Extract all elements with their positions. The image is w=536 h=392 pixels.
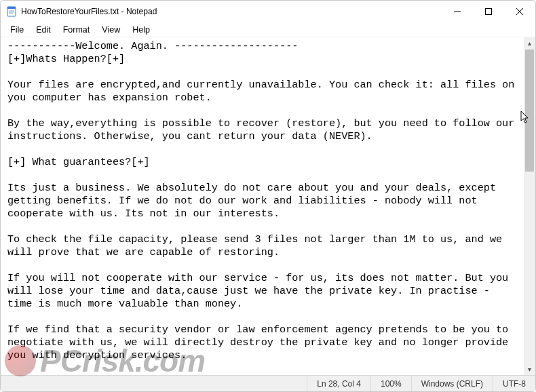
window-title: HowToRestoreYourFiles.txt - Notepad bbox=[21, 7, 157, 16]
menu-edit[interactable]: Edit bbox=[31, 24, 56, 35]
content-area: -----------Welcome. Again. -------------… bbox=[1, 37, 535, 375]
menubar: File Edit Format View Help bbox=[1, 22, 535, 37]
notepad-window: HowToRestoreYourFiles.txt - Notepad File… bbox=[0, 0, 536, 392]
statusbar: Ln 28, Col 4 100% Windows (CRLF) UTF-8 bbox=[1, 375, 535, 391]
notepad-icon bbox=[6, 6, 17, 17]
status-encoding: UTF-8 bbox=[493, 379, 535, 389]
scroll-thumb[interactable] bbox=[525, 50, 534, 172]
scroll-down-arrow[interactable]: ▾ bbox=[524, 364, 535, 375]
status-zoom: 100% bbox=[371, 379, 411, 389]
svg-rect-1 bbox=[7, 7, 16, 9]
titlebar[interactable]: HowToRestoreYourFiles.txt - Notepad bbox=[1, 1, 535, 22]
svg-rect-6 bbox=[486, 9, 492, 15]
close-button[interactable] bbox=[504, 1, 535, 22]
minimize-button[interactable] bbox=[442, 1, 473, 22]
menu-help[interactable]: Help bbox=[127, 24, 155, 35]
scroll-up-arrow[interactable]: ▴ bbox=[524, 37, 535, 49]
menu-view[interactable]: View bbox=[96, 24, 126, 35]
status-eol: Windows (CRLF) bbox=[412, 379, 493, 389]
status-caret: Ln 28, Col 4 bbox=[307, 379, 370, 389]
menu-file[interactable]: File bbox=[5, 24, 29, 35]
vertical-scrollbar[interactable]: ▴ ▾ bbox=[524, 37, 535, 375]
text-editor[interactable]: -----------Welcome. Again. -------------… bbox=[1, 37, 524, 375]
menu-format[interactable]: Format bbox=[58, 24, 96, 35]
maximize-button[interactable] bbox=[473, 1, 504, 22]
